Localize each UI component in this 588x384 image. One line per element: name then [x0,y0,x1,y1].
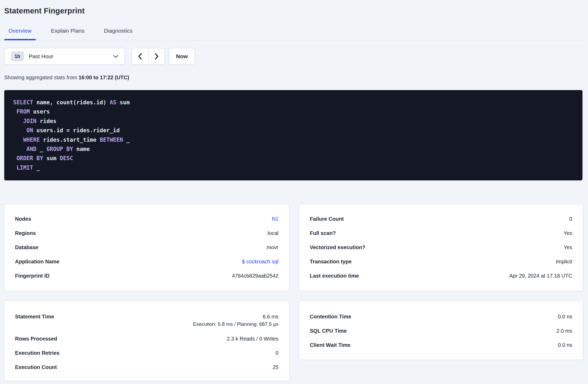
sql-box: SELECT name, count(rides.id) AS sum FROM… [4,90,582,180]
sql-text: users [30,109,50,115]
sql-text [13,146,27,152]
card-info-left: NodesN1RegionslocalDatabasemovrApplicati… [4,204,289,291]
chevron-right-icon [154,53,159,60]
chevron-down-icon [113,55,118,58]
page-title: Statement Fingerprint [4,6,582,15]
row-value-link[interactable]: $ cockroach sql [242,259,278,265]
card-row: Full scan?Yes [310,226,572,240]
tab-diagnostics[interactable]: Diagnostics [100,27,137,40]
row-value: 0 [276,350,278,356]
sql-keyword: DESC [60,155,73,161]
card-row: Client Wait Time0.0 ns [310,338,572,352]
row-label: Statement Time [15,309,54,324]
row-value: Apr 29, 2024 at 17:18 UTC [509,273,572,279]
row-value-stack: 6.6 msExecution: 5.8 ms / Planning: 687.… [193,309,278,327]
row-label: Full scan? [310,230,336,236]
row-value: 0.0 ns [558,314,572,320]
stats-range: 16:00 to 17:22 (UTC) [78,75,129,80]
stats-summary: Showing aggregated stats from 16:00 to 1… [4,74,582,81]
tab-explain-plans[interactable]: Explain Plans [47,27,89,40]
next-button[interactable] [148,48,165,65]
row-label: Fingerprint ID [15,273,49,279]
stats-prefix: Showing aggregated stats from [4,75,78,80]
row-label: Client Wait Time [310,342,350,348]
row-value: 4784cb829aab2542 [232,273,278,279]
time-pager [132,48,165,65]
sql-keyword: ORDER BY [17,155,43,161]
sql-keyword: BETWEEN [100,137,123,143]
sql-keyword: ON [27,127,33,134]
sql-keyword: FROM [17,109,30,115]
row-label: Rows Processed [15,336,57,342]
tabs: OverviewExplain PlansDiagnostics [4,27,582,40]
row-value-stack: 0.0 ns [558,314,572,320]
row-value-link[interactable]: N1 [272,216,278,222]
row-label: Vectorized execution? [310,244,365,250]
now-button[interactable]: Now [169,48,195,65]
sql-text [13,109,17,115]
row-value-stack: N1 [272,216,278,222]
row-subvalue: Execution: 5.8 ms / Planning: 687.5 µs [193,322,278,327]
sql-keyword: AS [110,99,116,106]
sql-keyword: AND [27,146,37,152]
row-label: Execution Count [15,364,57,370]
card-row: Contention Time0.0 ns [310,309,572,324]
card-row: Transaction typeImplicit [310,254,572,269]
sql-keyword: SELECT [13,99,33,106]
sql-text: rides [37,118,57,124]
prev-button[interactable] [132,48,148,65]
row-value-stack: Yes [564,230,572,236]
card-perf-left: Statement Time6.6 msExecution: 5.8 ms / … [4,301,289,381]
row-value: 2.0 ms [556,328,572,334]
row-value-stack: 0 [276,350,278,356]
row-label: Application Name [15,259,59,265]
row-value: Yes [564,244,572,250]
time-range-label: Past Hour [29,53,113,60]
sql-text: _ [123,137,129,143]
time-range-dropdown[interactable]: 1h Past Hour [4,48,125,65]
card-perf-right: Contention Time0.0 nsSQL CPU Time2.0 msC… [299,301,583,360]
row-value-stack: movr [267,244,278,250]
card-row: Databasemovr [15,240,278,254]
card-row: Fingerprint ID4784cb829aab2542 [15,269,278,283]
sql-keyword: WHERE [23,137,40,143]
row-value-stack: 2.0 ms [556,328,572,334]
row-label: Transaction type [310,259,352,265]
card-row: Failure Count0 [310,212,572,226]
sql-text: users.id = rides.rider_id [33,127,120,134]
row-value-stack: 0 [569,216,572,222]
sql-statement: SELECT name, count(rides.id) AS sum FROM… [13,98,574,173]
sql-text: _ [37,146,47,152]
card-row: Regionslocal [15,226,278,240]
time-picker-row: 1h Past Hour Now [4,48,582,65]
row-label: Last execution time [310,273,359,279]
sql-keyword: LIMIT [17,165,33,171]
row-value-stack: 2.3 k Reads / 0 Writes [227,336,278,342]
row-value-stack: 4784cb829aab2542 [232,273,278,279]
sql-text [13,127,27,134]
row-value-stack: 25 [273,364,278,370]
sql-text [13,155,17,161]
card-row: SQL CPU Time2.0 ms [310,324,572,338]
sql-keyword: GROUP BY [46,146,73,152]
row-value-stack: Apr 29, 2024 at 17:18 UTC [509,273,572,279]
card-row: Last execution timeApr 29, 2024 at 17:18… [310,269,572,283]
row-value: 0 [569,216,572,222]
sql-text: sum [43,155,60,161]
card-row: Statement Time6.6 msExecution: 5.8 ms / … [15,309,278,332]
page-content: Statement Fingerprint OverviewExplain Pl… [0,6,588,381]
sql-text: sum [116,99,130,106]
row-label: Contention Time [310,314,351,320]
card-row: Application Name$ cockroach sql [15,254,278,269]
row-value: 25 [273,364,278,370]
row-label: Failure Count [310,216,344,222]
row-value-stack: 0.0 ns [558,342,572,348]
row-label: Execution Retries [15,350,59,356]
tab-overview[interactable]: Overview [4,27,36,40]
row-value: movr [267,244,278,250]
row-value: 0.0 ns [558,342,572,348]
row-value-stack: Yes [564,244,572,250]
sql-text [13,118,23,124]
cards-grid: NodesN1RegionslocalDatabasemovrApplicati… [4,204,582,381]
row-value: Implicit [556,259,572,265]
